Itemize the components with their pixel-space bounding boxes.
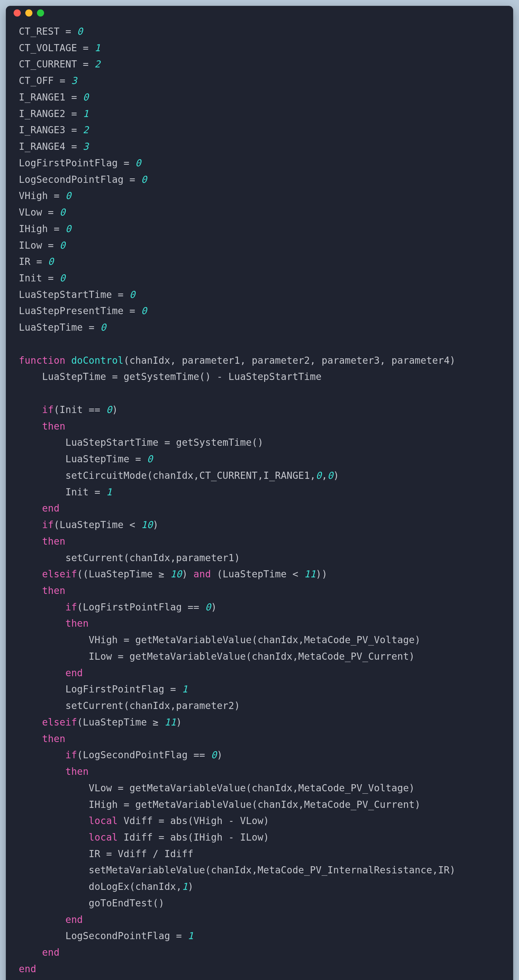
code-line: goToEndTest() bbox=[19, 898, 164, 909]
code-line: end bbox=[19, 668, 83, 679]
code-token: = bbox=[54, 223, 65, 234]
minimize-icon[interactable] bbox=[25, 10, 32, 16]
code-token bbox=[19, 404, 42, 415]
code-token: - bbox=[229, 815, 240, 826]
code-token: 0 bbox=[77, 26, 83, 37]
code-line: VLow = getMetaVariableValue(chanIdx,Meta… bbox=[19, 783, 415, 794]
code-token: 1 bbox=[83, 108, 89, 119]
code-token bbox=[19, 733, 42, 744]
code-token: then bbox=[42, 585, 65, 596]
code-line: LuaStepStartTime = getSystemTime() bbox=[19, 437, 263, 448]
code-token: = bbox=[124, 158, 135, 169]
code-token bbox=[19, 585, 42, 596]
code-token: getMetaVariableValue(chanIdx,MetaCode_PV… bbox=[129, 783, 415, 794]
code-token: LuaStepStartTime bbox=[19, 437, 164, 448]
code-token: ) bbox=[153, 519, 159, 530]
code-token: if bbox=[65, 749, 77, 760]
code-token: if bbox=[65, 602, 77, 613]
code-token bbox=[19, 668, 65, 679]
code-token: Vdiff bbox=[118, 848, 153, 859]
code-token: ILow bbox=[19, 240, 48, 251]
code-token: end bbox=[65, 914, 83, 925]
code-token: 3 bbox=[83, 141, 89, 152]
window-titlebar bbox=[6, 6, 513, 20]
code-line: setMetaVariableValue(chanIdx,MetaCode_PV… bbox=[19, 865, 455, 876]
code-token: = bbox=[83, 59, 95, 70]
code-line: local Vdiff = abs(VHigh - VLow) bbox=[19, 815, 269, 826]
code-token: Init bbox=[19, 273, 48, 284]
code-token: 0 bbox=[83, 92, 89, 103]
code-line: Init = 0 bbox=[19, 273, 65, 284]
code-token: / bbox=[153, 848, 164, 859]
code-token: 0 bbox=[327, 470, 333, 481]
code-token: == bbox=[89, 404, 106, 415]
code-line: then bbox=[19, 536, 65, 547]
code-token bbox=[19, 618, 65, 629]
code-token: ) bbox=[188, 881, 194, 892]
code-line: I_RANGE4 = 3 bbox=[19, 141, 89, 152]
code-line: CT_REST = 0 bbox=[19, 26, 83, 37]
code-token: ) bbox=[211, 602, 217, 613]
code-token: LuaStepTime bbox=[19, 371, 112, 382]
code-token: 0 bbox=[48, 256, 54, 267]
code-token: LuaStepStartTime bbox=[229, 371, 322, 382]
code-token: 0 bbox=[65, 190, 71, 201]
code-line: then bbox=[19, 421, 65, 432]
code-token: = bbox=[54, 190, 65, 201]
code-token: = bbox=[83, 43, 95, 54]
code-line: CT_CURRENT = 2 bbox=[19, 59, 100, 70]
code-line: end bbox=[19, 964, 36, 975]
code-token: = bbox=[71, 92, 83, 103]
code-token: = bbox=[95, 487, 106, 498]
code-token: 2 bbox=[83, 124, 89, 135]
code-token: IHigh bbox=[19, 223, 54, 234]
code-token: - bbox=[217, 371, 229, 382]
code-line: LogSecondPointFlag = 1 bbox=[19, 931, 194, 942]
code-token: abs(VHigh bbox=[170, 815, 229, 826]
code-token: and bbox=[194, 569, 211, 580]
code-token: = bbox=[135, 453, 147, 465]
code-token: = bbox=[48, 273, 60, 284]
code-token: setMetaVariableValue(chanIdx,MetaCode_PV… bbox=[19, 865, 455, 876]
code-line: LuaStepTime = 0 bbox=[19, 322, 106, 333]
code-token: local bbox=[89, 832, 118, 843]
code-token: 0 bbox=[211, 749, 217, 760]
code-line: function doControl(chanIdx, parameter1, … bbox=[19, 355, 455, 366]
maximize-icon[interactable] bbox=[37, 10, 44, 16]
close-icon[interactable] bbox=[14, 10, 21, 16]
code-token: < bbox=[292, 569, 304, 580]
code-line: IR = 0 bbox=[19, 256, 54, 267]
code-token: LuaStepPresentTime bbox=[19, 305, 129, 317]
code-line: Init = 1 bbox=[19, 487, 112, 498]
code-token: (LuaStepTime bbox=[77, 717, 153, 728]
code-line: ILow = getMetaVariableValue(chanIdx,Meta… bbox=[19, 651, 415, 662]
code-token: ILow) bbox=[240, 832, 269, 843]
code-token: CT_VOLTAGE bbox=[19, 43, 83, 54]
code-token: 0 bbox=[135, 158, 141, 169]
code-line: local Idiff = abs(IHigh - ILow) bbox=[19, 832, 269, 843]
code-token: = bbox=[118, 651, 129, 662]
code-token: 1 bbox=[182, 684, 188, 695]
code-token: = bbox=[124, 635, 135, 646]
code-token: 0 bbox=[141, 305, 147, 317]
code-token: goToEndTest() bbox=[19, 898, 164, 909]
code-token: = bbox=[170, 684, 182, 695]
code-token: Init bbox=[19, 487, 95, 498]
code-token: end bbox=[42, 503, 60, 514]
code-token bbox=[19, 749, 65, 760]
code-token: IR bbox=[19, 256, 36, 267]
code-content: CT_REST = 0 CT_VOLTAGE = 1 CT_CURRENT = … bbox=[6, 20, 513, 980]
code-token: - bbox=[229, 832, 240, 843]
code-token: == bbox=[188, 602, 205, 613]
code-token: 11 bbox=[164, 717, 176, 728]
code-token: CT_REST bbox=[19, 26, 65, 37]
code-token: ≥ bbox=[153, 717, 164, 728]
code-token: 0 bbox=[106, 404, 112, 415]
code-token: LogSecondPointFlag bbox=[19, 174, 129, 185]
code-token: 0 bbox=[60, 240, 65, 251]
code-token: if bbox=[42, 519, 54, 530]
code-token: (LuaStepTime bbox=[211, 569, 292, 580]
code-token: = bbox=[159, 832, 170, 843]
code-token: = bbox=[48, 240, 60, 251]
code-token: 1 bbox=[188, 931, 194, 942]
